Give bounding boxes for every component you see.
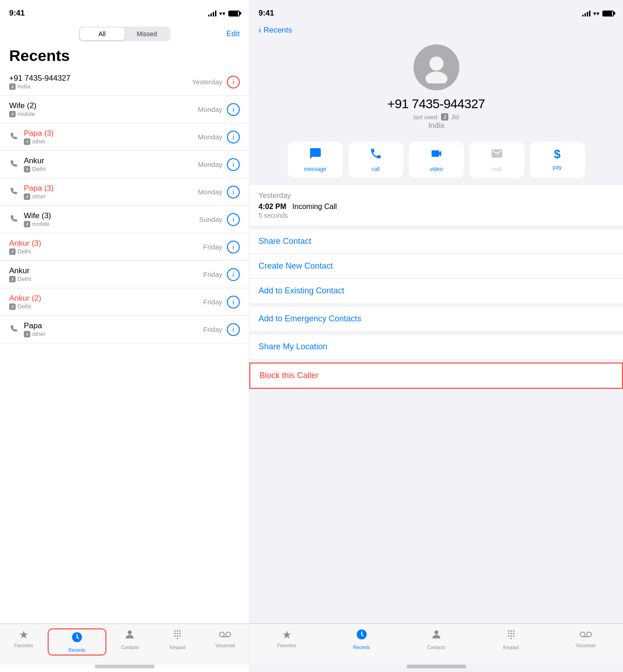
svg-point-6 [177, 633, 178, 634]
call-name-4: Papa (3) [24, 184, 54, 193]
call-item-7[interactable]: Ankur J Delhi Friday i [0, 261, 249, 288]
call-time-0: Yesterday [192, 78, 222, 86]
tab-voicemail-left[interactable]: Voicemail [201, 628, 249, 648]
call-info-5: Wife (3) J mobile [24, 211, 51, 227]
wifi-icon: ▾▾ [219, 10, 226, 17]
call-item-6[interactable]: Ankur (3) J Delhi Friday i [0, 233, 249, 261]
action-message[interactable]: message [288, 142, 343, 178]
status-bar-right: 9:41 ▾▾ [249, 0, 623, 23]
info-button-3[interactable]: i [227, 158, 240, 171]
action-mail[interactable]: mail [469, 142, 524, 178]
call-sub-5: J mobile [24, 220, 51, 227]
call-item-9[interactable]: Papa J other Friday i [0, 316, 249, 343]
message-icon [309, 147, 322, 163]
edit-button[interactable]: Edit [226, 29, 240, 39]
action-message-label: message [304, 166, 326, 172]
info-button-8[interactable]: i [227, 296, 240, 308]
pay-icon: $ [554, 147, 560, 161]
create-new-contact-item[interactable]: Create New Contact [249, 254, 623, 279]
j-badge-5: J [24, 221, 30, 227]
call-item-4[interactable]: Papa (3) J other Monday i [0, 178, 249, 206]
tab-keypad-right[interactable]: Keypad [474, 628, 548, 650]
call-icon [369, 147, 382, 163]
svg-point-11 [177, 638, 178, 639]
jio-badge: J [441, 113, 448, 121]
svg-point-10 [179, 635, 181, 637]
tab-recents-left[interactable]: Recents [48, 628, 106, 655]
call-name-5: Wife (3) [24, 211, 51, 220]
info-button-9[interactable]: i [227, 323, 240, 336]
info-button-4[interactable]: i [227, 186, 240, 198]
call-item-3[interactable]: Ankur J Delhi Monday i [0, 151, 249, 178]
add-existing-contact-item[interactable]: Add to Existing Contact [249, 279, 623, 303]
action-call-label: call [371, 166, 380, 172]
action-call[interactable]: call [348, 142, 403, 178]
contact-sub: last used: J Jio [413, 113, 459, 121]
tab-contacts-left[interactable]: Contacts [106, 628, 154, 650]
back-button[interactable]: ‹ Recents [259, 25, 614, 35]
info-button-6[interactable]: i [227, 241, 240, 253]
action-video[interactable]: video [409, 142, 464, 178]
segment-all[interactable]: All [80, 28, 125, 40]
call-time-2: Monday [198, 133, 222, 141]
call-info-7: Ankur J Delhi [9, 266, 31, 282]
contact-header: +91 7435-944327 last used: J Jio India [249, 35, 623, 137]
tab-favorites-left[interactable]: ★ Favorites [0, 628, 48, 648]
tab-contacts-right[interactable]: Contacts [399, 628, 474, 650]
back-chevron-icon: ‹ [259, 25, 262, 35]
call-list: +91 7435-944327 J India Yesterday i Wife… [0, 68, 249, 623]
call-name-2: Papa (3) [24, 129, 54, 138]
tab-voicemail-right[interactable]: Voicemail [548, 628, 623, 648]
call-info-6: Ankur (3) J Delhi [9, 239, 41, 255]
action-pay[interactable]: $ pay [530, 142, 585, 178]
call-item-0[interactable]: +91 7435-944327 J India Yesterday i [0, 68, 249, 96]
add-emergency-item[interactable]: Add to Emergency Contacts [249, 307, 623, 331]
block-caller-item[interactable]: Block this Caller [250, 364, 622, 388]
add-existing-contact-label: Add to Existing Contact [259, 286, 344, 295]
call-item-left-3: Ankur J Delhi [9, 156, 198, 172]
voicemail-icon-right [580, 628, 592, 641]
info-button-5[interactable]: i [227, 213, 240, 226]
call-item-right-0: Yesterday i [192, 76, 240, 88]
signal-icon [208, 10, 216, 17]
status-time-left: 9:41 [9, 9, 25, 18]
call-item-right-3: Monday i [198, 158, 240, 171]
call-history: Yesterday 4:02 PM Incoming Call 5 second… [249, 185, 623, 226]
tab-recents-right[interactable]: Recents [324, 628, 399, 650]
call-item-8[interactable]: Ankur (2) J Delhi Friday i [0, 288, 249, 316]
tab-contacts-label-right: Contacts [427, 645, 445, 650]
tab-keypad-left[interactable]: Keypad [154, 628, 201, 650]
call-name-7: Ankur [9, 266, 31, 275]
call-time-3: Monday [198, 160, 222, 168]
favorites-icon-left: ★ [19, 628, 29, 641]
svg-point-9 [177, 635, 178, 637]
share-contact-item[interactable]: Share Contact [249, 229, 623, 254]
history-type: Incoming Call [292, 203, 337, 210]
tab-contacts-label-left: Contacts [121, 645, 139, 650]
svg-point-26 [510, 635, 512, 637]
contact-country: India [428, 121, 444, 130]
back-label: Recents [264, 26, 292, 35]
call-item-1[interactable]: Wife (2) J mobile Monday i [0, 96, 249, 123]
tab-favorites-right[interactable]: ★ Favorites [249, 628, 324, 648]
signal-icon-right [582, 10, 590, 17]
right-panel: 9:41 ▾▾ ‹ Recents +91 7 [249, 0, 623, 672]
call-time-9: Friday [203, 325, 222, 333]
call-sub-6: J Delhi [9, 248, 41, 255]
call-item-2[interactable]: Papa (3) J other Monday i [0, 123, 249, 151]
menu-section-3: Share My Location [249, 335, 623, 359]
mail-icon [491, 147, 503, 163]
info-button-7[interactable]: i [227, 268, 240, 281]
j-badge-3: J [24, 166, 30, 172]
info-button-0[interactable]: i [227, 76, 240, 88]
call-time-7: Friday [203, 270, 222, 278]
info-button-2[interactable]: i [227, 131, 240, 143]
tab-voicemail-label-left: Voicemail [215, 643, 235, 648]
recents-icon-right [356, 628, 368, 643]
share-location-item[interactable]: Share My Location [249, 335, 623, 359]
left-panel: 9:41 ▾▾ All Missed Edit Recents [0, 0, 249, 672]
call-item-5[interactable]: Wife (3) J mobile Sunday i [0, 206, 249, 233]
call-name-3: Ankur [24, 156, 46, 165]
info-button-1[interactable]: i [227, 103, 240, 116]
segment-missed[interactable]: Missed [125, 28, 170, 40]
